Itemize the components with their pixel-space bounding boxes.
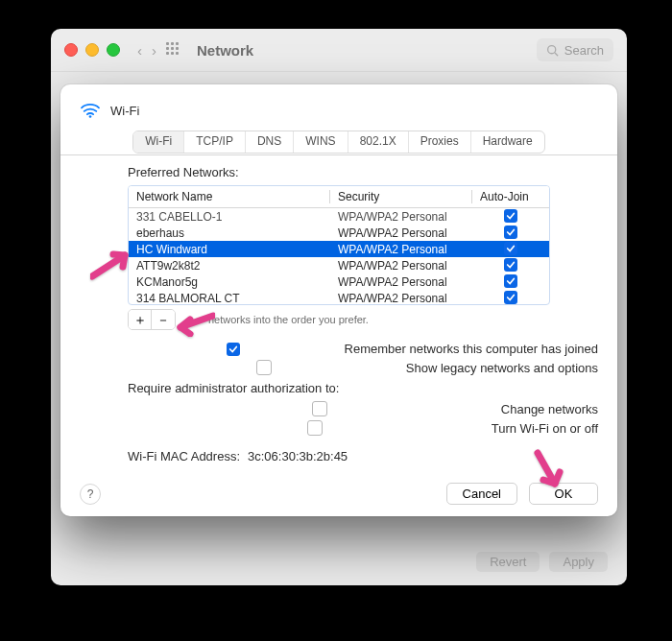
revert-button: Revert (476, 552, 540, 572)
checkbox-icon (227, 343, 240, 356)
require-admin-label: Require administrator authorization to: (128, 381, 598, 395)
search-placeholder: Search (564, 43, 604, 58)
preferred-networks-table[interactable]: Network Name Security Auto-Join 331 CABE… (128, 185, 550, 305)
col-security[interactable]: Security (330, 190, 472, 203)
forward-button[interactable]: › (152, 42, 156, 59)
zoom-icon[interactable] (107, 43, 120, 57)
cell-autojoin[interactable] (472, 291, 549, 304)
cell-network-name: ATT9w2k8t2 (129, 259, 330, 273)
svg-point-2 (89, 115, 92, 118)
turn-wifi-checkbox[interactable]: Turn Wi-Fi on or off (145, 420, 598, 436)
cell-security: WPA/WPA2 Personal (330, 292, 472, 305)
col-autojoin[interactable]: Auto-Join (472, 190, 549, 203)
table-row[interactable]: ATT9w2k8t2WPA/WPA2 Personal (129, 257, 549, 273)
legacy-networks-checkbox[interactable]: Show legacy networks and options (128, 360, 598, 375)
checkbox-icon (504, 226, 517, 239)
cell-security: WPA/WPA2 Personal (330, 226, 472, 240)
table-row[interactable]: HC WindwardWPA/WPA2 Personal (129, 241, 549, 257)
cell-autojoin[interactable] (472, 226, 549, 240)
cell-autojoin[interactable] (472, 258, 549, 273)
checkbox-icon (504, 209, 517, 223)
tab-bar: Wi-Fi TCP/IP DNS WINS 802.1X Proxies Har… (60, 131, 617, 155)
table-row[interactable]: eberhausWPA/WPA2 Personal (129, 225, 549, 241)
table-row[interactable]: 314 BALMORAL CTWPA/WPA2 Personal (129, 290, 549, 304)
checkbox-icon (504, 258, 517, 272)
table-row[interactable]: 331 CABELLO-1WPA/WPA2 Personal (129, 208, 549, 225)
annotation-arrow-icon (175, 312, 215, 340)
annotation-arrow-icon (530, 449, 564, 494)
table-head: Network Name Security Auto-Join (129, 186, 549, 208)
add-network-button[interactable]: ＋ (129, 310, 152, 329)
cell-network-name: HC Windward (129, 243, 330, 256)
prefs-footer: Revert Apply (476, 552, 608, 572)
tab-row: Wi-Fi TCP/IP DNS WINS 802.1X Proxies Har… (132, 131, 544, 154)
tab-wins[interactable]: WINS (294, 131, 348, 153)
svg-point-0 (547, 45, 555, 53)
help-button[interactable]: ? (80, 484, 101, 505)
svg-line-1 (555, 52, 558, 55)
search-input[interactable]: Search (537, 38, 613, 61)
window-title: Network (197, 42, 253, 59)
cell-network-name: 314 BALMORAL CT (129, 292, 330, 305)
sheet-title: Wi-Fi (110, 104, 139, 118)
preferred-networks-label: Preferred Networks: (128, 165, 598, 179)
back-button[interactable]: ‹ (137, 42, 142, 59)
cell-autojoin[interactable] (472, 209, 549, 224)
cell-network-name: eberhaus (129, 226, 330, 240)
col-network-name[interactable]: Network Name (129, 190, 330, 203)
tab-wifi[interactable]: Wi-Fi (133, 131, 184, 153)
grid-icon[interactable] (166, 42, 181, 58)
cell-autojoin[interactable] (472, 274, 549, 289)
mac-address-label: Wi-Fi MAC Address: (128, 449, 240, 463)
annotation-arrow-icon (90, 249, 132, 283)
minimize-icon[interactable] (85, 43, 99, 57)
add-remove-controls: ＋ － (128, 309, 176, 330)
remember-networks-checkbox[interactable]: Remember networks this computer has join… (128, 342, 598, 356)
change-networks-checkbox[interactable]: Change networks (145, 401, 598, 416)
cell-security: WPA/WPA2 Personal (330, 259, 472, 273)
tab-proxies[interactable]: Proxies (409, 131, 471, 153)
checkbox-icon (307, 420, 323, 436)
wifi-icon (80, 102, 101, 119)
cell-security: WPA/WPA2 Personal (330, 210, 472, 224)
drag-hint: networks into the order you prefer. (208, 314, 369, 325)
checkbox-icon (256, 360, 272, 375)
cell-network-name: 331 CABELLO-1 (129, 210, 330, 224)
cell-security: WPA/WPA2 Personal (330, 243, 472, 256)
checkbox-icon (312, 401, 327, 416)
tab-hardware[interactable]: Hardware (471, 131, 544, 153)
mac-address-value: 3c:06:30:3b:2b:45 (248, 449, 348, 463)
toolbar: ‹ › Network Search (51, 29, 627, 72)
table-row[interactable]: KCManor5gWPA/WPA2 Personal (129, 273, 549, 290)
checkbox-icon (504, 242, 517, 255)
close-icon[interactable] (64, 43, 78, 57)
remove-network-button[interactable]: － (152, 310, 175, 329)
apply-button: Apply (549, 552, 608, 572)
tab-dns[interactable]: DNS (246, 131, 294, 153)
cell-autojoin[interactable] (472, 242, 549, 256)
cancel-button[interactable]: Cancel (446, 483, 517, 505)
checkbox-icon (504, 274, 517, 288)
cell-security: WPA/WPA2 Personal (330, 275, 472, 289)
tab-8021x[interactable]: 802.1X (348, 131, 409, 153)
cell-network-name: KCManor5g (129, 275, 330, 289)
window-controls[interactable] (64, 43, 120, 57)
tab-tcpip[interactable]: TCP/IP (184, 131, 246, 153)
checkbox-icon (504, 291, 517, 304)
